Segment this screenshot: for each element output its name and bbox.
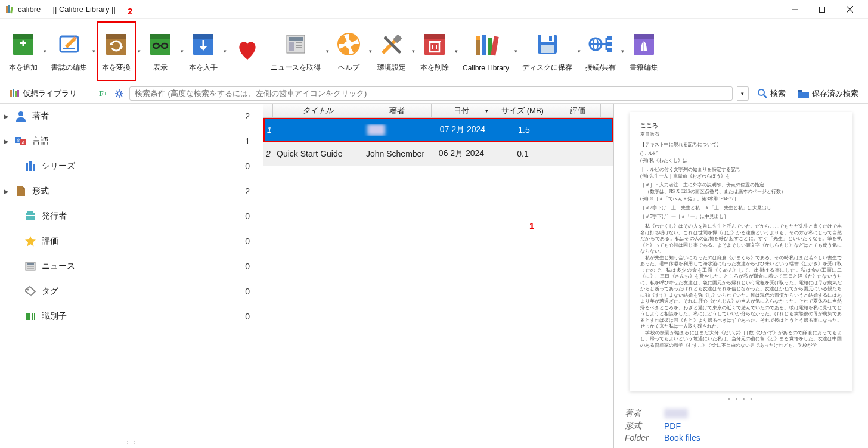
sidebar-item-formats[interactable]: ▶ 形式 2 bbox=[0, 179, 263, 204]
help-button[interactable]: ヘルプ bbox=[330, 21, 367, 81]
sidebar-item-publishers[interactable]: 発行者 0 bbox=[0, 204, 263, 229]
search-history-dropdown[interactable]: ▾ bbox=[737, 86, 749, 101]
person-icon bbox=[13, 110, 29, 123]
column-header-size[interactable]: サイズ (MB) bbox=[491, 104, 554, 117]
sidebar-item-identifiers[interactable]: 識別子 0 bbox=[0, 304, 263, 329]
column-header-title[interactable]: タイトル bbox=[273, 104, 362, 117]
add-book-icon bbox=[8, 29, 38, 59]
get-books-dropdown[interactable]: ▾ bbox=[222, 21, 228, 81]
table-row[interactable]: 2 Quick Start Guide John Schember 06 2月 … bbox=[264, 142, 613, 166]
convert-book-dropdown[interactable]: ▾ bbox=[136, 21, 142, 81]
sidebar-item-news[interactable]: ニュース 0 bbox=[0, 254, 263, 279]
cell-size: 1.5 bbox=[492, 125, 556, 135]
svg-point-31 bbox=[384, 36, 388, 40]
svg-line-67 bbox=[116, 91, 117, 92]
save-disk-button[interactable]: ディスクに保存 bbox=[519, 21, 576, 81]
svg-rect-81 bbox=[33, 164, 35, 171]
get-books-icon bbox=[188, 29, 218, 59]
svg-rect-14 bbox=[106, 34, 126, 39]
fetch-news-dropdown[interactable]: ▾ bbox=[324, 21, 330, 81]
column-header-rating[interactable]: 評価 bbox=[554, 104, 601, 117]
book-preview[interactable]: こころ 夏目漱石 【テキスト中に現れる記号について】 ()：ルビ(例) 私《わた… bbox=[630, 112, 852, 391]
virtual-library-button[interactable]: 仮想ライブラリ bbox=[6, 86, 80, 101]
library-dropdown[interactable]: ▾ bbox=[513, 21, 519, 81]
table-body: 1 07 2月 2024 1.5 2 Quick Start Guide Joh… bbox=[264, 118, 613, 448]
view-label: 表示 bbox=[153, 63, 168, 73]
search-input[interactable] bbox=[129, 86, 733, 101]
svg-rect-45 bbox=[549, 36, 552, 41]
donate-button[interactable] bbox=[228, 21, 267, 81]
preferences-dropdown[interactable]: ▾ bbox=[410, 21, 416, 81]
svg-rect-8 bbox=[13, 34, 33, 39]
svg-point-89 bbox=[27, 289, 29, 291]
maximize-button[interactable] bbox=[808, 1, 836, 18]
save-disk-icon bbox=[532, 29, 562, 59]
connect-share-dropdown[interactable]: ▾ bbox=[619, 21, 625, 81]
fulltext-search-icon[interactable]: FT bbox=[97, 88, 109, 99]
help-dropdown[interactable]: ▾ bbox=[367, 21, 373, 81]
edit-book-button[interactable]: 書籍編集 bbox=[625, 21, 662, 81]
fetch-news-button[interactable]: ニュースを取得 bbox=[267, 21, 324, 81]
saved-search-icon bbox=[798, 89, 810, 98]
table-row[interactable]: 1 07 2月 2024 1.5 bbox=[264, 118, 613, 142]
edit-metadata-button[interactable]: 書誌の編集 bbox=[48, 21, 91, 81]
remove-book-dropdown[interactable]: ▾ bbox=[453, 21, 459, 81]
convert-book-button[interactable]: 本を変換 bbox=[97, 21, 136, 81]
expand-arrow-icon[interactable]: ▶ bbox=[4, 188, 10, 195]
sidebar-item-series[interactable]: シリーズ 0 bbox=[0, 154, 263, 179]
main-content: ▶ 著者 2 ▶ 文A 言語 1 シリーズ 0 ▶ 形式 2 発行者 0 bbox=[0, 104, 868, 448]
save-disk-dropdown[interactable]: ▾ bbox=[576, 21, 582, 81]
sidebar-item-count: 1 bbox=[245, 136, 256, 146]
svg-rect-84 bbox=[27, 211, 33, 213]
minimize-button[interactable] bbox=[781, 1, 808, 18]
close-button[interactable] bbox=[836, 1, 863, 18]
cell-author: John Schember bbox=[362, 149, 432, 158]
search-settings-icon[interactable] bbox=[114, 88, 125, 99]
meta-format-value[interactable]: PDF bbox=[664, 421, 681, 431]
sidebar-item-count: 2 bbox=[245, 186, 256, 196]
svg-rect-51 bbox=[607, 36, 612, 40]
column-header-author[interactable]: 著者 bbox=[362, 104, 432, 117]
meta-author-value[interactable] bbox=[664, 409, 688, 418]
get-books-button[interactable]: 本を入手 bbox=[185, 21, 222, 81]
search-row: 仮想ライブラリ FT ▾ 検索 保存済み検索 bbox=[0, 83, 868, 104]
expand-arrow-icon[interactable]: ▶ bbox=[4, 113, 10, 120]
details-splitter[interactable]: • • • • bbox=[614, 396, 868, 403]
svg-rect-82 bbox=[26, 216, 35, 220]
saved-search-button[interactable]: 保存済み検索 bbox=[794, 86, 862, 101]
expand-arrow-icon[interactable]: ▶ bbox=[4, 138, 10, 145]
search-button[interactable]: 検索 bbox=[754, 86, 789, 101]
language-icon: 文A bbox=[13, 135, 29, 148]
cell-author bbox=[364, 124, 433, 136]
remove-book-button[interactable]: 本を削除 bbox=[416, 21, 453, 81]
preferences-button[interactable]: 環境設定 bbox=[373, 21, 410, 81]
view-dropdown[interactable]: ▾ bbox=[179, 21, 185, 81]
sidebar-item-languages[interactable]: ▶ 文A 言語 1 bbox=[0, 129, 263, 154]
column-header-date[interactable]: 日付▾ bbox=[432, 104, 491, 117]
svg-rect-52 bbox=[607, 42, 612, 46]
sidebar-item-authors[interactable]: ▶ 著者 2 bbox=[0, 104, 263, 129]
add-book-button[interactable]: 本を追加 bbox=[5, 21, 42, 81]
sidebar-item-count: 0 bbox=[245, 211, 256, 221]
sidebar-item-tags[interactable]: タグ 0 bbox=[0, 279, 263, 304]
column-header-rownum[interactable] bbox=[264, 104, 273, 117]
svg-rect-59 bbox=[13, 89, 14, 97]
edit-metadata-dropdown[interactable]: ▾ bbox=[91, 21, 97, 81]
meta-folder-value[interactable]: Book files bbox=[664, 433, 700, 443]
add-book-dropdown[interactable]: ▾ bbox=[42, 21, 48, 81]
sidebar-item-rating[interactable]: 評価 0 bbox=[0, 229, 263, 254]
sidebar-item-count: 0 bbox=[245, 161, 256, 171]
edit-metadata-label: 書誌の編集 bbox=[51, 63, 87, 73]
library-button[interactable]: Calibre Library bbox=[459, 21, 513, 81]
view-button[interactable]: 表示 bbox=[142, 21, 179, 81]
fetch-news-label: ニュースを取得 bbox=[271, 63, 321, 73]
series-icon bbox=[23, 160, 38, 173]
sidebar-splitter[interactable]: ⋮⋮ bbox=[0, 440, 263, 447]
cell-size: 0.1 bbox=[491, 149, 554, 158]
sidebar-item-count: 0 bbox=[245, 237, 256, 246]
saved-search-label: 保存済み検索 bbox=[812, 88, 858, 99]
svg-rect-2 bbox=[10, 6, 13, 13]
svg-text:文: 文 bbox=[16, 138, 21, 143]
connect-share-button[interactable]: 接続/共有 bbox=[582, 21, 619, 81]
svg-rect-73 bbox=[798, 90, 802, 92]
